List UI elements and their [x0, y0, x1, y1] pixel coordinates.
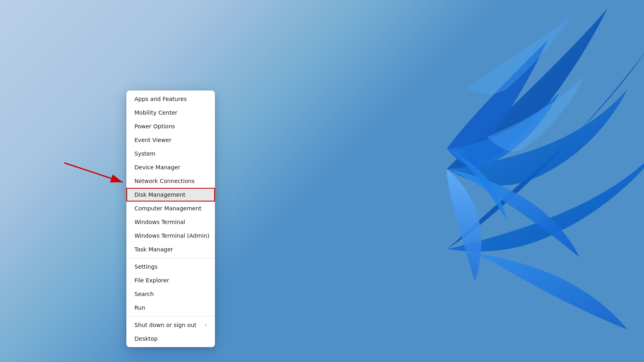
- menu-item-network-connections[interactable]: Network Connections: [126, 174, 215, 188]
- menu-item-label-windows-terminal: Windows Terminal: [134, 219, 185, 225]
- menu-item-label-desktop: Desktop: [134, 335, 158, 342]
- context-menu: Apps and FeaturesMobility CenterPower Op…: [126, 90, 215, 347]
- menu-item-task-manager[interactable]: Task Manager: [126, 243, 215, 256]
- wallpaper-bloom: [225, 0, 644, 350]
- desktop: Apps and FeaturesMobility CenterPower Op…: [0, 0, 644, 362]
- menu-item-label-file-explorer: File Explorer: [134, 277, 169, 284]
- menu-item-mobility-center[interactable]: Mobility Center: [126, 106, 215, 119]
- menu-separator: [126, 316, 215, 317]
- menu-item-label-power-options: Power Options: [134, 123, 175, 130]
- menu-item-label-settings: Settings: [134, 263, 157, 270]
- menu-item-apps-features[interactable]: Apps and Features: [126, 92, 215, 106]
- menu-separator: [126, 258, 215, 258]
- menu-item-label-event-viewer: Event Viewer: [134, 137, 171, 143]
- menu-item-device-manager[interactable]: Device Manager: [126, 160, 215, 174]
- menu-item-event-viewer[interactable]: Event Viewer: [126, 133, 215, 147]
- menu-item-power-options[interactable]: Power Options: [126, 119, 215, 133]
- menu-item-windows-terminal[interactable]: Windows Terminal: [126, 215, 215, 229]
- submenu-arrow-icon: ›: [205, 322, 207, 328]
- menu-item-desktop[interactable]: Desktop: [126, 332, 215, 346]
- menu-item-file-explorer[interactable]: File Explorer: [126, 274, 215, 287]
- menu-item-label-windows-terminal-admin: Windows Terminal (Admin): [134, 232, 209, 239]
- menu-item-label-shutdown-sign-out: Shut down or sign out: [134, 322, 196, 328]
- menu-item-label-mobility-center: Mobility Center: [134, 109, 178, 116]
- menu-item-label-device-manager: Device Manager: [134, 164, 180, 171]
- menu-item-label-computer-management: Computer Management: [134, 205, 201, 212]
- menu-item-label-apps-features: Apps and Features: [134, 96, 187, 102]
- menu-item-label-run: Run: [134, 304, 145, 311]
- menu-item-label-disk-management: Disk Management: [134, 191, 186, 198]
- menu-item-label-task-manager: Task Manager: [134, 246, 173, 253]
- svg-line-1: [64, 163, 123, 182]
- menu-item-shutdown-sign-out[interactable]: Shut down or sign out›: [126, 318, 215, 332]
- menu-item-label-network-connections: Network Connections: [134, 178, 194, 184]
- menu-item-windows-terminal-admin[interactable]: Windows Terminal (Admin): [126, 229, 215, 243]
- menu-item-computer-management[interactable]: Computer Management: [126, 202, 215, 215]
- menu-item-label-system: System: [134, 150, 155, 157]
- menu-item-label-search: Search: [134, 291, 154, 297]
- menu-item-run[interactable]: Run: [126, 301, 215, 315]
- menu-item-search[interactable]: Search: [126, 287, 215, 301]
- menu-item-system[interactable]: System: [126, 147, 215, 160]
- menu-item-settings[interactable]: Settings: [126, 260, 215, 274]
- annotation-arrow: [60, 155, 133, 191]
- menu-item-disk-management[interactable]: Disk Management: [126, 188, 215, 202]
